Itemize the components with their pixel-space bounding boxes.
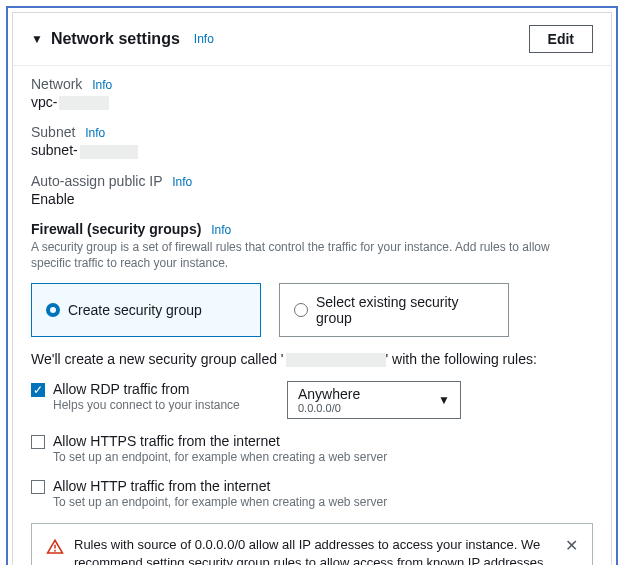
panel-header: ▼ Network settings Info Edit <box>13 13 611 66</box>
autoip-field: Auto-assign public IP Info Enable <box>31 173 593 207</box>
network-value-prefix: vpc- <box>31 94 57 110</box>
rdp-checkbox[interactable]: ✓ <box>31 383 45 397</box>
firewall-desc: A security group is a set of firewall ru… <box>31 239 593 271</box>
rdp-sub: Helps you connect to your instance <box>53 398 240 412</box>
chevron-down-icon: ▼ <box>438 393 450 407</box>
close-icon[interactable]: ✕ <box>565 536 578 555</box>
network-field: Network Info vpc- <box>31 76 593 110</box>
rdp-label: Allow RDP traffic from <box>53 381 240 397</box>
collapse-caret-icon[interactable]: ▼ <box>31 33 43 45</box>
firewall-section: Firewall (security groups) Info A securi… <box>31 221 593 565</box>
edit-button[interactable]: Edit <box>529 25 593 53</box>
autoip-label: Auto-assign public IP <box>31 173 162 189</box>
radio-select-label: Select existing security group <box>316 294 494 326</box>
http-checkbox[interactable] <box>31 480 45 494</box>
info-link-network[interactable]: Info <box>92 78 112 92</box>
http-label: Allow HTTP traffic from the internet <box>53 478 387 494</box>
info-link-header[interactable]: Info <box>194 32 214 46</box>
dropdown-sub: 0.0.0.0/0 <box>298 402 360 414</box>
firewall-title: Firewall (security groups) <box>31 221 201 237</box>
https-sub: To set up an endpoint, for example when … <box>53 450 387 464</box>
warning-triangle-icon <box>46 538 64 556</box>
svg-point-1 <box>54 550 56 552</box>
sg-creation-text: We'll create a new security group called… <box>31 351 593 367</box>
https-checkbox[interactable] <box>31 435 45 449</box>
alert-text: Rules with source of 0.0.0.0/0 allow all… <box>74 536 555 565</box>
subnet-value-prefix: subnet- <box>31 142 78 158</box>
panel-title: Network settings <box>51 30 180 48</box>
dropdown-main: Anywhere <box>298 386 360 402</box>
https-label: Allow HTTPS traffic from the internet <box>53 433 387 449</box>
autoip-value: Enable <box>31 191 593 207</box>
http-rule-row: Allow HTTP traffic from the internet To … <box>31 478 593 509</box>
subnet-field: Subnet Info subnet- <box>31 124 593 158</box>
info-link-autoip[interactable]: Info <box>172 175 192 189</box>
network-settings-panel: ▼ Network settings Info Edit Network Inf… <box>12 12 612 565</box>
rdp-rule-row: ✓ Allow RDP traffic from Helps you conne… <box>31 381 593 419</box>
https-rule-row: Allow HTTPS traffic from the internet To… <box>31 433 593 464</box>
radio-create-label: Create security group <box>68 302 202 318</box>
network-value-redacted <box>59 96 109 110</box>
radio-create-security-group[interactable]: Create security group <box>31 283 261 337</box>
rdp-source-dropdown[interactable]: Anywhere 0.0.0.0/0 ▼ <box>287 381 461 419</box>
warning-alert: Rules with source of 0.0.0.0/0 allow all… <box>31 523 593 565</box>
sg-name-redacted <box>286 353 386 367</box>
subnet-label: Subnet <box>31 124 75 140</box>
info-link-firewall[interactable]: Info <box>211 223 231 237</box>
radio-icon <box>294 303 308 317</box>
info-link-subnet[interactable]: Info <box>85 126 105 140</box>
subnet-value-redacted <box>80 145 138 159</box>
network-label: Network <box>31 76 82 92</box>
radio-icon <box>46 303 60 317</box>
http-sub: To set up an endpoint, for example when … <box>53 495 387 509</box>
radio-select-existing-security-group[interactable]: Select existing security group <box>279 283 509 337</box>
